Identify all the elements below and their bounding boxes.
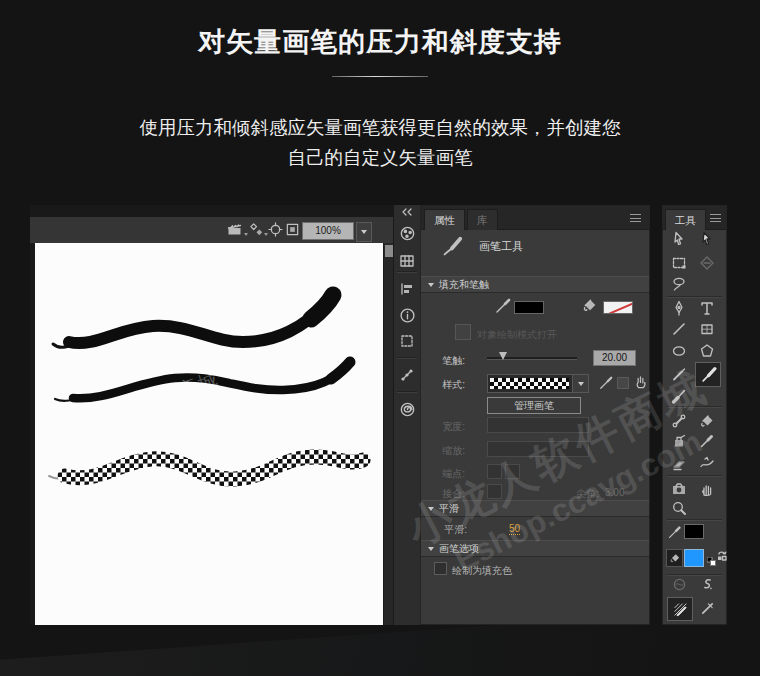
smoothing-value[interactable]: 50 — [509, 523, 520, 535]
dock-motion-presets-panel-button[interactable] — [397, 399, 417, 419]
canvas[interactable]: 小龙人软件商城 Eshop.ccavg.com — [35, 243, 383, 625]
canvas-scrollbar-thumb[interactable] — [385, 245, 393, 257]
draw-as-fill-checkbox[interactable] — [434, 562, 447, 575]
dock-swatches-panel-button[interactable] — [397, 251, 417, 271]
brush-tool-icon — [700, 366, 717, 383]
stroke-style-dropdown-button[interactable] — [572, 375, 588, 392]
subtitle-line-2: 自己的自定义矢量画笔 — [288, 147, 473, 168]
collapse-panels-button[interactable] — [397, 207, 417, 217]
panel-menu-icon[interactable] — [630, 214, 641, 222]
swap-colors-button[interactable] — [717, 550, 727, 562]
dock-transform-panel-button[interactable] — [397, 331, 417, 351]
dock-info-panel-button[interactable] — [397, 305, 417, 325]
paint-bucket-tool[interactable] — [696, 410, 718, 432]
brush-mode-crosshatch-icon — [673, 602, 688, 617]
lasso-tool-icon — [671, 276, 687, 292]
dock-align-panel-button[interactable] — [397, 279, 417, 299]
edit-scene-dropdown-icon[interactable] — [244, 233, 248, 236]
pen-tool[interactable] — [668, 297, 690, 319]
edit-symbol-button[interactable] — [249, 222, 265, 238]
width-tool[interactable] — [696, 453, 718, 475]
page-title: 对矢量画笔的压力和斜度支持 — [0, 24, 760, 60]
black-white-icon — [707, 557, 716, 566]
eyedropper-tool[interactable] — [696, 430, 718, 452]
stroke-size-value[interactable]: 20.00 — [593, 350, 636, 366]
pencil-tool[interactable] — [668, 363, 690, 385]
fill-color-swatch-no-fill[interactable] — [603, 301, 633, 314]
zoom-level-input[interactable]: 100% — [302, 222, 354, 240]
bone-tool[interactable] — [668, 410, 690, 432]
subselection-tool[interactable] — [668, 228, 690, 250]
center-frame-button[interactable] — [268, 222, 284, 238]
motion-presets-panel-icon — [399, 401, 416, 418]
tools-separator — [667, 475, 722, 477]
lock-fill-option[interactable] — [668, 573, 690, 595]
zoom-tool[interactable] — [668, 497, 690, 519]
properties-tab-bar: 属性 库 — [421, 206, 649, 230]
draw-as-fill-label: 绘制为填充色 — [452, 564, 512, 578]
fill-color-bucket-icon — [581, 297, 598, 314]
transform-panel-icon — [399, 333, 415, 349]
bone-tool-icon — [671, 413, 687, 429]
title-divider — [332, 76, 428, 77]
line-tool-icon — [671, 321, 687, 337]
clip-content-button[interactable] — [285, 222, 301, 238]
section-fill-and-stroke[interactable]: 填充和笔触 — [421, 276, 649, 293]
eraser-tool[interactable] — [668, 453, 690, 475]
stroke-size-slider-thumb[interactable] — [499, 352, 507, 360]
snap-to-objects-option[interactable] — [696, 573, 718, 595]
info-panel-icon — [399, 307, 416, 324]
lasso-tool[interactable] — [668, 273, 690, 295]
stroke-style-dropdown[interactable] — [487, 374, 589, 393]
toolbar-stroke-color-swatch[interactable] — [684, 524, 704, 539]
oval-tool[interactable] — [668, 340, 690, 362]
join-option-disabled — [487, 484, 502, 499]
stroke-style-preview — [490, 378, 569, 389]
gradient-transform-tool[interactable] — [696, 252, 718, 274]
selection-tool[interactable] — [696, 228, 718, 250]
dock-color-panel-button[interactable] — [397, 223, 417, 243]
color-panel-icon — [399, 225, 416, 242]
lock-fill-icon — [672, 577, 687, 592]
tab-properties[interactable]: 属性 — [424, 209, 465, 230]
page-subtitle: 使用压力和倾斜感应矢量画笔获得更自然的效果，并创建您自己的自定义矢量画笔 — [100, 113, 660, 173]
brush-tool-selected[interactable] — [695, 362, 721, 387]
ink-bottle-tool[interactable] — [668, 430, 690, 452]
free-transform-tool-icon — [671, 255, 687, 271]
rectangle-tool[interactable] — [696, 318, 718, 340]
fluid-brush-tool[interactable] — [668, 385, 690, 407]
stroke-color-swatch[interactable] — [514, 301, 544, 314]
free-transform-tool[interactable] — [668, 252, 690, 274]
edit-stroke-style-button[interactable] — [599, 376, 613, 390]
pencil-tool-icon — [671, 366, 687, 382]
tab-tools[interactable]: 工具 — [665, 209, 706, 230]
page: 对矢量画笔的压力和斜度支持 使用压力和倾斜感应矢量画笔获得更自然的效果，并创建您… — [0, 0, 760, 676]
section-brush-options[interactable]: 画笔选项 — [421, 540, 649, 557]
swatches-panel-icon — [399, 253, 415, 269]
eyedropper-tool-icon — [699, 433, 715, 449]
section-smoothing[interactable]: 平滑 — [421, 500, 649, 517]
panel-menu-icon[interactable] — [710, 214, 721, 222]
edit-scene-icon — [227, 222, 243, 238]
tab-library[interactable]: 库 — [467, 209, 498, 230]
toolbar-fill-color-swatch[interactable] — [684, 549, 704, 567]
dock-code-snippets-panel-button[interactable] — [397, 365, 417, 385]
hand-tool[interactable] — [696, 478, 718, 500]
object-drawing-mode-button[interactable] — [455, 324, 471, 340]
text-tool[interactable] — [696, 297, 718, 319]
brush-mode-option-selected[interactable] — [667, 597, 693, 621]
brush-tilt-option-button[interactable] — [633, 375, 648, 390]
stroke-color-pencil-icon — [495, 298, 511, 314]
no-fill-diagonal-icon — [604, 303, 633, 314]
eraser-tool-icon — [671, 456, 687, 472]
width-tool-icon — [699, 456, 715, 472]
use-tilt-option[interactable] — [696, 597, 718, 619]
manage-brushes-button[interactable]: 管理画笔 — [487, 397, 581, 414]
polystar-tool[interactable] — [696, 340, 718, 362]
edit-scene-button[interactable] — [227, 222, 243, 238]
line-tool[interactable] — [668, 318, 690, 340]
black-white-colors-button[interactable] — [707, 552, 716, 570]
gradient-transform-tool-icon — [699, 255, 715, 271]
fill-color-bucket-button[interactable] — [666, 549, 683, 567]
zoom-dropdown-button[interactable] — [356, 222, 372, 242]
